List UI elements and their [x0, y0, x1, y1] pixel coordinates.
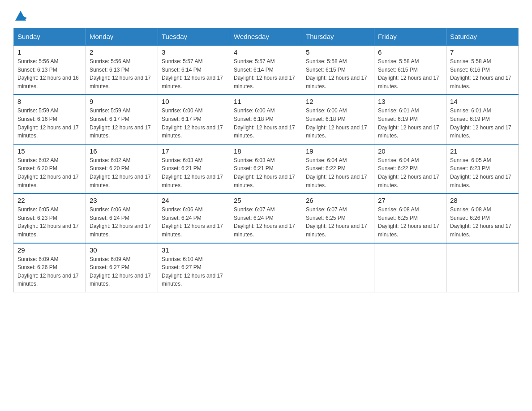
day-info: Sunrise: 5:58 AMSunset: 6:15 PMDaylight:…	[378, 58, 439, 90]
calendar-week-row: 1 Sunrise: 5:56 AMSunset: 6:13 PMDayligh…	[14, 45, 519, 94]
day-info: Sunrise: 5:59 AMSunset: 6:16 PMDaylight:…	[17, 107, 79, 139]
day-number: 26	[306, 197, 370, 204]
page-header	[13, 9, 519, 19]
calendar-day-cell: 12 Sunrise: 6:00 AMSunset: 6:18 PMDaylig…	[302, 94, 374, 144]
day-info: Sunrise: 6:07 AMSunset: 6:25 PMDaylight:…	[306, 206, 367, 238]
calendar-day-cell: 9 Sunrise: 5:59 AMSunset: 6:17 PMDayligh…	[86, 94, 158, 144]
day-number: 4	[234, 48, 298, 56]
calendar-day-cell: 25 Sunrise: 6:07 AMSunset: 6:24 PMDaylig…	[230, 193, 302, 243]
calendar-day-cell: 6 Sunrise: 5:58 AMSunset: 6:15 PMDayligh…	[374, 45, 446, 94]
day-info: Sunrise: 6:06 AMSunset: 6:24 PMDaylight:…	[90, 206, 151, 238]
day-info: Sunrise: 6:02 AMSunset: 6:20 PMDaylight:…	[17, 157, 79, 188]
calendar-week-row: 8 Sunrise: 5:59 AMSunset: 6:16 PMDayligh…	[14, 94, 519, 144]
day-number: 1	[17, 48, 82, 56]
day-number: 24	[162, 197, 226, 204]
day-info: Sunrise: 5:58 AMSunset: 6:16 PMDaylight:…	[450, 58, 511, 90]
calendar-week-row: 15 Sunrise: 6:02 AMSunset: 6:20 PMDaylig…	[14, 144, 519, 193]
day-of-week-header: Tuesday	[158, 28, 230, 46]
day-number: 27	[378, 197, 442, 204]
calendar-day-cell	[230, 243, 302, 292]
calendar-day-cell	[374, 243, 446, 292]
calendar-day-cell	[446, 243, 519, 292]
calendar-day-cell: 24 Sunrise: 6:06 AMSunset: 6:24 PMDaylig…	[158, 193, 230, 243]
day-number: 29	[17, 246, 82, 254]
day-number: 15	[17, 147, 82, 155]
calendar-day-cell: 30 Sunrise: 6:09 AMSunset: 6:27 PMDaylig…	[86, 243, 158, 292]
day-number: 25	[234, 197, 298, 204]
day-info: Sunrise: 6:03 AMSunset: 6:21 PMDaylight:…	[162, 157, 223, 188]
calendar-day-cell: 2 Sunrise: 5:56 AMSunset: 6:13 PMDayligh…	[86, 45, 158, 94]
calendar-day-cell: 5 Sunrise: 5:58 AMSunset: 6:15 PMDayligh…	[302, 45, 374, 94]
day-number: 7	[450, 48, 515, 56]
day-info: Sunrise: 6:02 AMSunset: 6:20 PMDaylight:…	[90, 157, 151, 188]
calendar-day-cell: 19 Sunrise: 6:04 AMSunset: 6:22 PMDaylig…	[302, 144, 374, 193]
day-info: Sunrise: 6:08 AMSunset: 6:26 PMDaylight:…	[450, 206, 511, 238]
day-number: 18	[234, 147, 298, 155]
calendar-day-cell: 27 Sunrise: 6:08 AMSunset: 6:25 PMDaylig…	[374, 193, 446, 243]
calendar-day-cell: 11 Sunrise: 6:00 AMSunset: 6:18 PMDaylig…	[230, 94, 302, 144]
calendar-day-cell: 13 Sunrise: 6:01 AMSunset: 6:19 PMDaylig…	[374, 94, 446, 144]
day-info: Sunrise: 6:09 AMSunset: 6:26 PMDaylight:…	[17, 256, 79, 287]
day-info: Sunrise: 6:05 AMSunset: 6:23 PMDaylight:…	[450, 157, 511, 188]
calendar-week-row: 29 Sunrise: 6:09 AMSunset: 6:26 PMDaylig…	[14, 243, 519, 292]
day-number: 23	[90, 197, 154, 204]
calendar-day-cell: 23 Sunrise: 6:06 AMSunset: 6:24 PMDaylig…	[86, 193, 158, 243]
day-number: 16	[90, 147, 154, 155]
day-number: 12	[306, 98, 370, 105]
day-info: Sunrise: 6:08 AMSunset: 6:25 PMDaylight:…	[378, 206, 439, 238]
day-number: 19	[306, 147, 370, 155]
day-of-week-header: Friday	[374, 28, 446, 46]
day-info: Sunrise: 6:04 AMSunset: 6:22 PMDaylight:…	[306, 157, 367, 188]
calendar-day-cell: 29 Sunrise: 6:09 AMSunset: 6:26 PMDaylig…	[14, 243, 86, 292]
day-number: 2	[90, 48, 154, 56]
day-info: Sunrise: 6:05 AMSunset: 6:23 PMDaylight:…	[17, 206, 79, 238]
day-of-week-header: Monday	[86, 28, 158, 46]
day-number: 14	[450, 98, 515, 105]
day-info: Sunrise: 5:56 AMSunset: 6:13 PMDaylight:…	[17, 58, 79, 90]
calendar-day-cell: 31 Sunrise: 6:10 AMSunset: 6:27 PMDaylig…	[158, 243, 230, 292]
calendar-day-cell: 8 Sunrise: 5:59 AMSunset: 6:16 PMDayligh…	[14, 94, 86, 144]
day-info: Sunrise: 6:07 AMSunset: 6:24 PMDaylight:…	[234, 206, 295, 238]
day-info: Sunrise: 6:09 AMSunset: 6:27 PMDaylight:…	[90, 256, 151, 287]
calendar-day-cell: 14 Sunrise: 6:01 AMSunset: 6:19 PMDaylig…	[446, 94, 519, 144]
calendar-week-row: 22 Sunrise: 6:05 AMSunset: 6:23 PMDaylig…	[14, 193, 519, 243]
day-info: Sunrise: 6:00 AMSunset: 6:18 PMDaylight:…	[234, 107, 295, 139]
day-of-week-header: Sunday	[14, 28, 86, 46]
calendar-day-cell: 15 Sunrise: 6:02 AMSunset: 6:20 PMDaylig…	[14, 144, 86, 193]
calendar-day-cell: 26 Sunrise: 6:07 AMSunset: 6:25 PMDaylig…	[302, 193, 374, 243]
calendar-header-row: SundayMondayTuesdayWednesdayThursdayFrid…	[14, 28, 519, 46]
day-number: 30	[90, 246, 154, 254]
day-of-week-header: Saturday	[446, 28, 519, 46]
day-info: Sunrise: 6:10 AMSunset: 6:27 PMDaylight:…	[162, 256, 223, 287]
calendar-table: SundayMondayTuesdayWednesdayThursdayFrid…	[13, 28, 519, 292]
day-info: Sunrise: 6:00 AMSunset: 6:17 PMDaylight:…	[162, 107, 223, 139]
calendar-day-cell: 16 Sunrise: 6:02 AMSunset: 6:20 PMDaylig…	[86, 144, 158, 193]
day-info: Sunrise: 5:56 AMSunset: 6:13 PMDaylight:…	[90, 58, 151, 90]
day-number: 6	[378, 48, 442, 56]
day-info: Sunrise: 5:57 AMSunset: 6:14 PMDaylight:…	[162, 58, 223, 90]
day-info: Sunrise: 6:06 AMSunset: 6:24 PMDaylight:…	[162, 206, 223, 238]
calendar-day-cell: 28 Sunrise: 6:08 AMSunset: 6:26 PMDaylig…	[446, 193, 519, 243]
calendar-day-cell: 17 Sunrise: 6:03 AMSunset: 6:21 PMDaylig…	[158, 144, 230, 193]
calendar-day-cell	[302, 243, 374, 292]
day-number: 13	[378, 98, 442, 105]
logo	[13, 9, 28, 19]
day-info: Sunrise: 6:03 AMSunset: 6:21 PMDaylight:…	[234, 157, 295, 188]
day-info: Sunrise: 6:01 AMSunset: 6:19 PMDaylight:…	[450, 107, 511, 139]
day-of-week-header: Thursday	[302, 28, 374, 46]
day-number: 10	[162, 98, 226, 105]
day-info: Sunrise: 6:00 AMSunset: 6:18 PMDaylight:…	[306, 107, 367, 139]
calendar-day-cell: 21 Sunrise: 6:05 AMSunset: 6:23 PMDaylig…	[446, 144, 519, 193]
logo-icon	[14, 9, 27, 21]
day-number: 11	[234, 98, 298, 105]
calendar-day-cell: 1 Sunrise: 5:56 AMSunset: 6:13 PMDayligh…	[14, 45, 86, 94]
day-number: 21	[450, 147, 515, 155]
day-number: 9	[90, 98, 154, 105]
day-info: Sunrise: 5:57 AMSunset: 6:14 PMDaylight:…	[234, 58, 295, 90]
day-of-week-header: Wednesday	[230, 28, 302, 46]
day-info: Sunrise: 6:04 AMSunset: 6:22 PMDaylight:…	[378, 157, 439, 188]
day-info: Sunrise: 6:01 AMSunset: 6:19 PMDaylight:…	[378, 107, 439, 139]
day-number: 5	[306, 48, 370, 56]
calendar-day-cell: 3 Sunrise: 5:57 AMSunset: 6:14 PMDayligh…	[158, 45, 230, 94]
day-info: Sunrise: 5:58 AMSunset: 6:15 PMDaylight:…	[306, 58, 367, 90]
